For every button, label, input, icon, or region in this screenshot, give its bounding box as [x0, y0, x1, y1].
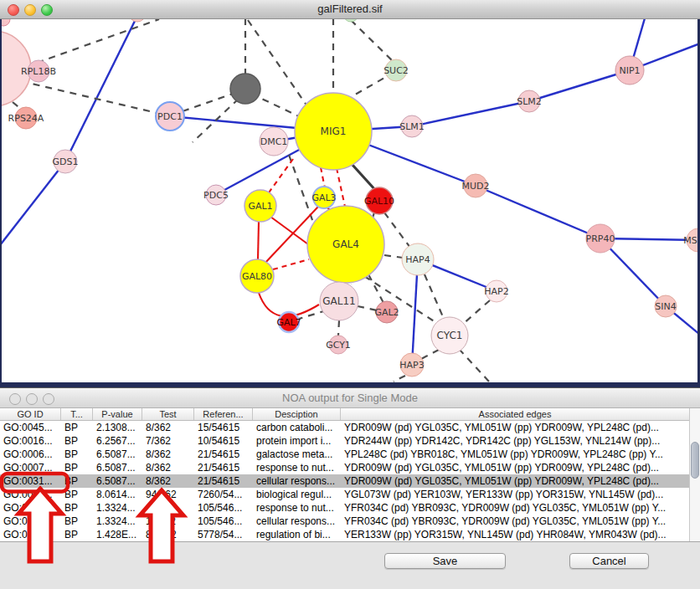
cell-go: GO:0050... — [0, 528, 61, 541]
network-edge-gray — [299, 310, 327, 319]
scrollbar-thumb[interactable] — [691, 442, 699, 479]
cell-edges: YGL073W (pd) YER103W, YER133W (pp) YOR31… — [341, 488, 689, 501]
close-button-icon[interactable] — [9, 393, 21, 405]
table-scrollbar[interactable] — [689, 408, 700, 541]
cell-type: BP — [61, 488, 93, 501]
network-edge-gray — [368, 274, 383, 303]
table-row[interactable]: GO:0065...BP8.0614...94/3627260/54...bio… — [0, 488, 689, 501]
cell-p: 6.2567... — [93, 434, 142, 448]
cell-edges: YDR009W (pd) YGL035C, YML051W (pp) YDR00… — [341, 421, 689, 434]
cell-edges: YER133W (pp) YOR315W, YNL145W (pd) YHR08… — [341, 528, 689, 541]
network-edge-gray — [21, 81, 164, 115]
cell-ref: 5778/54... — [194, 528, 253, 541]
cell-desc: regulation of bi... — [253, 528, 341, 541]
network-node-label-SLM1: SLM1 — [399, 121, 425, 132]
network-node-label-GCY1: GCY1 — [326, 340, 351, 351]
cell-desc: cellular respons... — [253, 515, 341, 528]
column-header-test[interactable]: Test — [142, 408, 194, 420]
table-row[interactable]: GO:0006...BP6.5087...8/36221/54615galact… — [0, 448, 689, 461]
network-node-label-GAL11: GAL11 — [322, 295, 355, 307]
cell-ref: 105/546... — [194, 515, 253, 528]
network-edge-gray — [338, 320, 339, 335]
noa-output-window: NOA output for Single Mode GO IDT...P-va… — [0, 387, 700, 589]
cell-type: BP — [61, 461, 93, 474]
table-row[interactable]: GO:0045...BP2.1308...8/36215/54615carbon… — [0, 421, 689, 434]
table-body: GO:0045...BP2.1308...8/36215/54615carbon… — [0, 421, 689, 541]
network-node-label-GDS1: GDS1 — [53, 156, 79, 167]
zoom-button-icon[interactable] — [41, 4, 53, 16]
network-edge-gray — [421, 350, 439, 359]
cell-desc: carbon cataboli... — [253, 421, 341, 434]
network-node-label-NIP1: NIP1 — [619, 65, 640, 76]
cell-p: 6.5087... — [93, 448, 142, 461]
column-header-p-value[interactable]: P-value — [93, 408, 142, 420]
cell-desc: protein import i... — [253, 434, 341, 448]
cell-edges: YPL248C (pd) YBR018C, YML051W (pp) YDR00… — [341, 448, 689, 461]
cancel-button[interactable]: Cancel — [569, 553, 649, 569]
network-graph[interactable]: RPL18BRPS24AGDS1PDC1PDC5DMC1MIG1SLM1SUC2… — [2, 18, 697, 382]
network-node-label-DMC1: DMC1 — [260, 136, 288, 147]
table-row[interactable]: GO:0031...BP1.3324...11/362105/546...res… — [0, 501, 689, 515]
zoom-button-icon[interactable] — [43, 393, 54, 405]
table-row[interactable]: GO:0016...BP6.2567...7/36210/54615protei… — [0, 434, 689, 448]
network-edge-redd — [273, 259, 309, 269]
cell-type: BP — [61, 421, 93, 434]
network-canvas[interactable]: RPL18BRPS24AGDS1PDC1PDC5DMC1MIG1SLM1SUC2… — [2, 18, 697, 382]
network-edge-redd — [321, 167, 325, 188]
cell-edges: YDR244W (pp) YDR142C, YDR142C (pp) YGL15… — [341, 434, 689, 448]
network-edge-blue — [2, 161, 65, 245]
close-button-icon[interactable] — [8, 4, 19, 16]
graph-window: galFiltered.sif RPL18BRPS24AGDS1PDC1PDC5… — [0, 0, 700, 387]
network-edge-dark — [352, 164, 376, 191]
network-node-label-GAL10: GAL10 — [364, 196, 394, 207]
column-header-go-id[interactable]: GO ID — [0, 408, 61, 420]
cell-test: 11/362 — [142, 515, 194, 528]
cell-desc: biological regul... — [253, 488, 341, 501]
network-node-top-left-fragment[interactable] — [2, 18, 10, 26]
cell-ref: 10/54615 — [194, 434, 253, 448]
cell-test: 8/362 — [142, 474, 194, 488]
column-header-t-[interactable]: T... — [61, 408, 93, 420]
cell-go: GO:0031... — [0, 474, 61, 488]
network-edge-blue — [529, 70, 630, 101]
cell-test: 8/362 — [142, 461, 194, 474]
column-header-referen-[interactable]: Referen... — [194, 408, 253, 420]
cell-go: GO:0007... — [0, 461, 61, 474]
table-row[interactable]: GO:0031...BP1.3324...11/362105/546...cel… — [0, 515, 689, 528]
network-node-label-GAL2: GAL2 — [374, 307, 399, 318]
table-row[interactable]: GO:0007...BP6.5087...8/36221/54615respon… — [0, 461, 689, 474]
network-node-dark-gray-node[interactable] — [230, 74, 260, 104]
cell-p: 1.3324... — [93, 501, 142, 515]
network-node-label-RPL18B: RPL18B — [21, 66, 56, 77]
network-edge-gray — [459, 349, 489, 382]
table-row[interactable]: GO:0050...BP1.428E...80/3625778/54...reg… — [0, 528, 689, 541]
network-node-label-PDC5: PDC5 — [203, 190, 229, 201]
network-edge-gray — [384, 213, 410, 248]
network-node-label-GAL80: GAL80 — [242, 271, 272, 282]
network-edge-gray — [394, 376, 405, 382]
cell-go: GO:0045... — [0, 421, 61, 434]
network-node-label-GAL4: GAL4 — [332, 238, 359, 250]
cell-type: BP — [61, 528, 93, 541]
table-row[interactable]: GO:0031...BP6.5087...8/36221/54615cellul… — [0, 474, 689, 488]
save-button[interactable]: Save — [384, 553, 506, 569]
cell-type: BP — [61, 434, 93, 448]
cell-p: 6.5087... — [93, 474, 142, 488]
network-edge-blue — [412, 101, 529, 126]
network-node-label-GAL3: GAL3 — [311, 192, 336, 203]
network-node-label-MSI: MSI — [683, 235, 697, 246]
network-edge-gray — [345, 74, 390, 100]
cell-ref: 15/54615 — [194, 421, 253, 434]
graph-window-titlebar[interactable]: galFiltered.sif — [0, 0, 700, 19]
cell-test: 8/362 — [142, 448, 194, 461]
minimize-button-icon[interactable] — [26, 393, 38, 405]
cell-desc: response to nut... — [253, 461, 341, 474]
cell-desc: cellular respons... — [253, 474, 341, 488]
column-header-associated-edges[interactable]: Associated edges — [341, 408, 689, 420]
column-header-desciption[interactable]: Desciption — [253, 408, 341, 420]
network-node-label-HAP3: HAP3 — [399, 360, 424, 371]
minimize-button-icon[interactable] — [24, 4, 36, 16]
network-edge-redd — [337, 168, 345, 207]
cell-ref: 105/546... — [194, 501, 253, 515]
noa-window-titlebar[interactable]: NOA output for Single Mode — [0, 388, 700, 408]
